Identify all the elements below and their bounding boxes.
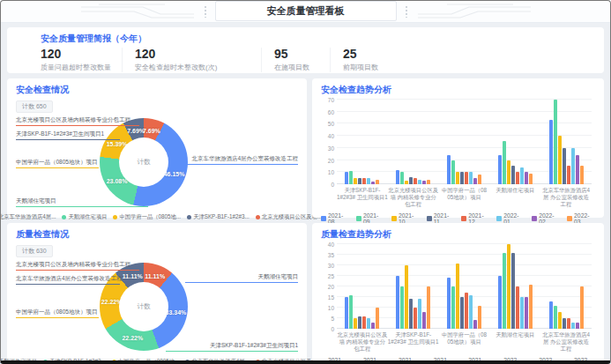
bar[interactable] [447,155,451,184]
bar[interactable] [580,166,584,184]
bar[interactable] [358,178,361,184]
legend-item[interactable]: 2022-01 [496,357,525,364]
bar[interactable] [529,174,533,184]
bar[interactable] [367,178,370,184]
bar[interactable] [554,306,557,329]
bar[interactable] [376,308,379,329]
bar[interactable] [498,276,502,329]
legend-swatch-icon [321,360,326,364]
bar[interactable] [558,136,562,184]
bar[interactable] [576,155,579,184]
bar[interactable] [400,286,404,329]
bar[interactable] [549,120,553,184]
bar[interactable] [396,276,399,329]
bar[interactable] [418,299,421,329]
bar[interactable] [525,172,528,184]
bar[interactable] [460,172,464,184]
bar[interactable] [400,172,404,184]
bar[interactable] [414,308,417,329]
bar[interactable] [345,172,348,184]
legend-item[interactable]: 天津SKP-B1F-1#2#3... [43,358,106,364]
bar[interactable] [427,286,430,329]
bar[interactable] [362,316,366,329]
bar[interactable] [503,253,506,329]
bar[interactable] [520,167,524,184]
bar[interactable] [498,155,502,184]
bar[interactable] [511,253,515,329]
bar[interactable] [422,312,426,329]
bar[interactable] [451,160,455,184]
bar[interactable] [358,316,361,329]
bar[interactable] [414,178,417,184]
bar[interactable] [478,306,481,329]
bar[interactable] [516,172,519,184]
bar[interactable] [473,320,477,329]
bar[interactable] [554,100,557,184]
bar[interactable] [469,172,473,184]
bar[interactable] [349,171,353,184]
bar[interactable] [362,178,366,184]
bar[interactable] [409,177,413,184]
legend-item[interactable]: 2021-12 [461,357,489,364]
bar[interactable] [567,318,570,329]
legend-item[interactable]: 天鹅湖住宅项目 [62,213,107,221]
bar[interactable] [418,180,421,184]
legend-item[interactable]: 中国学府一品（0805地... [113,213,181,221]
legend-swatch-icon [356,216,361,221]
count-tag[interactable]: 计数 650 [16,100,53,113]
bar[interactable] [409,299,413,329]
bar[interactable] [371,323,375,329]
bar[interactable] [511,166,515,184]
bar[interactable] [507,160,510,184]
bar[interactable] [371,182,375,184]
bar[interactable] [529,285,533,329]
bar[interactable] [447,278,451,329]
count-tag[interactable]: 计数 630 [16,245,53,257]
bar[interactable] [571,323,575,329]
bar[interactable] [525,297,528,329]
bar[interactable] [367,318,370,329]
bar[interactable] [465,293,468,329]
legend-item[interactable]: 天津SKP-B1F-1#2#3... [187,213,250,221]
legend-item[interactable]: 2021-11 [427,357,454,364]
bar[interactable] [465,172,468,184]
legend-item[interactable]: 2021-08 [321,357,349,364]
bar[interactable] [563,148,566,184]
bar[interactable] [473,178,477,184]
bar[interactable] [516,286,519,329]
bar[interactable] [354,178,357,184]
legend-item[interactable]: 天鹅湖住宅项目 [0,358,37,364]
legend-item[interactable]: 2021-09 [356,357,384,364]
bar[interactable] [396,170,399,184]
bar[interactable] [571,148,575,184]
legend-item[interactable]: 中国学府一品（0805地... [112,358,180,364]
bar[interactable] [354,318,357,329]
bar[interactable] [469,295,473,329]
bar[interactable] [456,172,459,184]
bar[interactable] [507,244,510,329]
bar[interactable] [563,318,566,329]
bar[interactable] [456,264,459,329]
legend-item[interactable]: 2022-02 [532,357,560,364]
bar[interactable] [405,265,408,329]
bar[interactable] [349,295,353,329]
bar[interactable] [451,286,455,329]
bar[interactable] [478,175,481,184]
bar[interactable] [558,312,562,329]
legend-item[interactable]: 2021-10 [391,357,420,364]
bar[interactable] [576,323,579,329]
legend-item[interactable]: 北京车华旅游酒店4层... [0,213,56,221]
bar[interactable] [376,180,379,184]
bar[interactable] [460,297,464,329]
bar[interactable] [549,301,553,329]
bar[interactable] [520,297,524,329]
bar[interactable] [580,286,584,329]
bar[interactable] [422,181,426,184]
bar[interactable] [567,166,570,184]
legend-item[interactable]: 2022-03 [567,357,595,364]
bar[interactable] [503,141,506,184]
bar[interactable] [345,297,348,329]
legend-item[interactable]: 北京车华旅游酒店4层... [185,358,249,364]
bar[interactable] [427,180,430,184]
bar[interactable] [405,181,408,184]
